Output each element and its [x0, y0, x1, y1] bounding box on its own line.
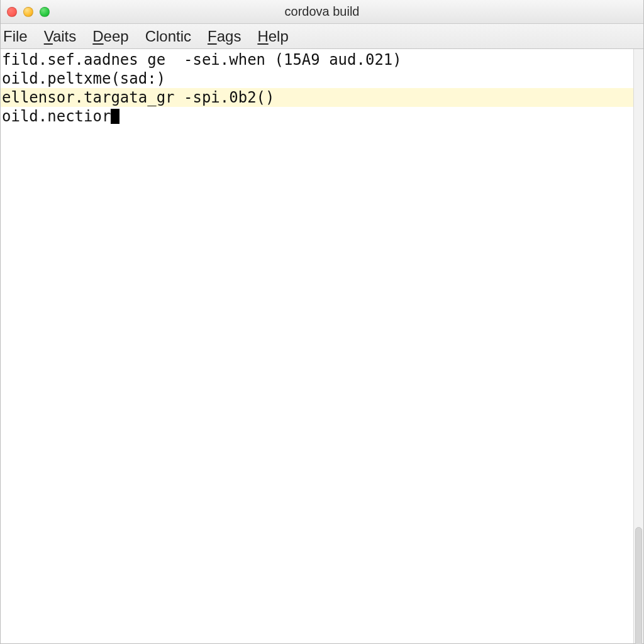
menu-help[interactable]: Help [257, 28, 288, 45]
window-title: cordova build [1, 4, 643, 19]
zoom-icon[interactable] [40, 7, 50, 17]
menu-deep[interactable]: Deep [92, 28, 128, 45]
scrollbar-vertical[interactable] [633, 49, 643, 643]
menu-file[interactable]: File [3, 28, 28, 45]
terminal-line: fild.sef.aadnes ge -sei.when (15A9 aud.0… [1, 50, 633, 69]
titlebar[interactable]: cordova build [1, 0, 643, 24]
terminal-line-text: oild.peltxme(sad:) [2, 70, 165, 87]
scrollbar-thumb[interactable] [635, 527, 642, 644]
text-cursor [111, 109, 119, 124]
terminal-output[interactable]: fild.sef.aadnes ge -sei.when (15A9 aud.0… [1, 49, 633, 643]
menu-fags[interactable]: Fags [208, 28, 241, 45]
terminal-line-text: oild.nectior [2, 108, 111, 125]
menu-clontic[interactable]: Clontic [145, 28, 191, 45]
terminal-line-text: ellensor.targata_gr -spi.0b2() [2, 89, 274, 106]
terminal-line-text: fild.sef.aadnes ge -sei.when (15A9 aud.0… [2, 51, 402, 69]
terminal-line: ellensor.targata_gr -spi.0b2() [1, 88, 633, 107]
menu-vaits[interactable]: Vaits [44, 28, 77, 45]
terminal-line: oild.nectior [1, 107, 633, 126]
terminal-line: oild.peltxme(sad:) [1, 69, 633, 88]
minimize-icon[interactable] [23, 7, 33, 17]
terminal-window: cordova build FileVaitsDeepClonticFagsHe… [0, 0, 644, 644]
menubar: FileVaitsDeepClonticFagsHelp [1, 24, 643, 49]
window-controls [1, 7, 50, 17]
close-icon[interactable] [7, 7, 17, 17]
editor-area: fild.sef.aadnes ge -sei.when (15A9 aud.0… [1, 49, 643, 643]
